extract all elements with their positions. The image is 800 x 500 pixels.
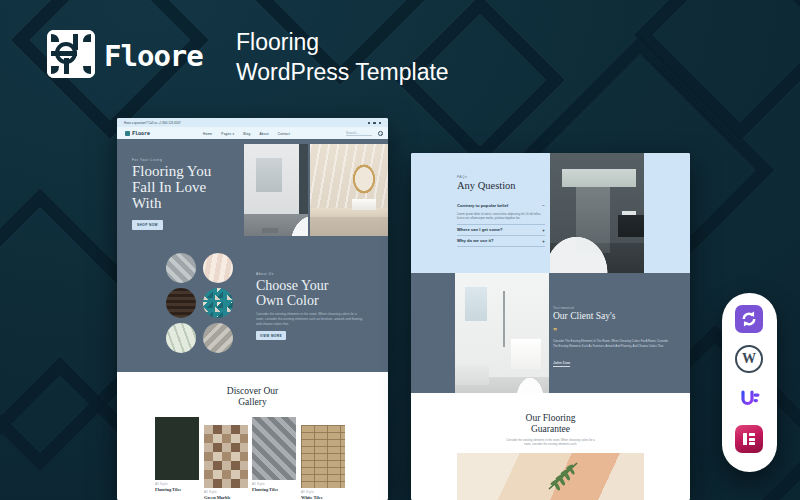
testimonial-eyebrow: Testimonial — [553, 306, 575, 310]
hero-eyebrow: For Your Living — [132, 158, 162, 162]
elementor-icon — [735, 425, 763, 453]
quote-icon: ❞ — [553, 327, 557, 336]
main-menu: Home Pages ▾ Blog About Contact — [203, 132, 290, 136]
gallery-card-title: Flooring Tiles — [155, 487, 199, 492]
gallery-card-title: Flooring Tiles — [252, 487, 296, 492]
site-topbar: Have a question? Call us +1 800 123 4567 — [117, 118, 388, 127]
unlimited-elements-icon — [735, 385, 763, 413]
gallery-card-eyebrow: All Style — [204, 490, 248, 494]
color-swatch-green-marble — [166, 323, 196, 353]
testimonial-photo-white-bathroom — [455, 273, 549, 393]
topbar-phone-text: Have a question? Call us +1 800 123 4567 — [124, 121, 181, 125]
faq-item-row[interactable]: Contrary to popular belief − — [457, 200, 545, 210]
menu-item-pages[interactable]: Pages ▾ — [221, 132, 234, 136]
faq-item-row[interactable]: Why do we use it? + — [457, 236, 545, 247]
promo-title: Flooring WordPress Template — [236, 27, 449, 87]
tech-badges-pill: W — [722, 293, 777, 472]
color-swatch-grey-cobble — [203, 323, 233, 353]
gallery-card[interactable]: All Style Flooring Tiles — [252, 417, 296, 492]
colors-body: Consider the existing elements in the ro… — [256, 312, 364, 327]
site-navbar: Floore Home Pages ▾ Blog About Contact S… — [117, 127, 388, 139]
template-preview-inner: FAQs Any Question Contrary to popular be… — [411, 153, 690, 500]
hero-shop-button[interactable]: SHOP NOW — [132, 220, 163, 230]
color-swatch-cream-marble — [203, 253, 233, 283]
wordpress-icon: W — [735, 345, 763, 373]
site-logo-icon — [125, 131, 130, 136]
testimonial-author: John Doe — [553, 360, 570, 367]
search-icon[interactable] — [378, 131, 382, 135]
faq-item-row[interactable]: Where can I get some? + — [457, 225, 545, 236]
floore-logo-icon — [47, 30, 95, 78]
gallery-section: Discover Our Gallery All Style Flooring … — [117, 372, 388, 500]
faq-photo-dark-bathroom — [550, 153, 644, 273]
hero-photo-beige-bathroom — [310, 144, 388, 236]
color-swatch-dark-wood — [166, 288, 196, 318]
gallery-card-title: White Tiles — [301, 495, 345, 500]
faq-accordion: Contrary to popular belief − Lorem ipsum… — [457, 200, 545, 247]
chevron-down-icon: ▾ — [231, 132, 234, 136]
gallery-card[interactable]: All Style Flooring Tiles — [155, 417, 199, 492]
menu-item-contact[interactable]: Contact — [278, 132, 290, 136]
colors-view-button[interactable]: VIEW MORE — [256, 331, 286, 340]
fern-leaf — [543, 455, 583, 495]
gallery-card[interactable]: All Style Green Marble — [204, 425, 248, 500]
expand-icon[interactable]: + — [542, 239, 545, 243]
gallery-photo-subway-tiles — [155, 417, 199, 480]
site-logo-text: Floore — [132, 130, 150, 136]
menu-item-blog[interactable]: Blog — [243, 132, 250, 136]
hero-title: Flooring You Fall In Love With — [132, 163, 232, 212]
gallery-photo-herringbone-tiles — [252, 417, 296, 480]
gallery-card[interactable]: All Style White Tiles — [301, 425, 345, 500]
guarantee-section: Our Flooring Guarantee Consider the exis… — [411, 393, 690, 500]
menu-item-home[interactable]: Home — [203, 132, 212, 136]
guarantee-title: Our Flooring Guarantee — [411, 413, 690, 435]
gallery-card-title: Green Marble — [204, 495, 248, 500]
faq-section: FAQs Any Question Contrary to popular be… — [411, 153, 690, 273]
colors-title: Choose Your Own Color — [256, 278, 351, 309]
guarantee-photo-marble-tiles — [457, 453, 644, 500]
color-swatch-grey-stone — [166, 253, 196, 283]
menu-item-about[interactable]: About — [259, 132, 268, 136]
guarantee-subtitle: Consider the existing elements in the ro… — [503, 438, 598, 447]
color-swatch-teal-mosaic — [203, 288, 233, 318]
gallery-title: Discover Our Gallery — [117, 386, 388, 408]
promo-title-line1: Flooring — [236, 27, 449, 57]
colors-eyebrow: About Us — [256, 272, 274, 276]
site-logo[interactable]: Floore — [125, 130, 150, 136]
social-icons[interactable] — [368, 122, 382, 125]
testimonial-title: Our Client Say's — [553, 311, 615, 321]
template-preview-home: Have a question? Call us +1 800 123 4567… — [117, 118, 388, 500]
gallery-card-eyebrow: All Style — [155, 482, 199, 486]
promo-title-line2: WordPress Template — [236, 57, 449, 87]
search-input[interactable]: Search... — [346, 131, 372, 136]
gallery-card-eyebrow: All Style — [301, 490, 345, 494]
testimonial-section: Testimonial Our Client Say's ❞ Consider … — [411, 273, 690, 393]
testimonial-body: Consider The Existing Elements In The Ro… — [553, 339, 673, 348]
collapse-icon[interactable]: − — [542, 203, 545, 207]
gallery-photo-brown-mosaic — [204, 425, 248, 488]
faq-eyebrow: FAQs — [457, 175, 467, 179]
hero-photo-white-bathroom — [244, 144, 308, 236]
slate-section: For Your Living Flooring You Fall In Lov… — [117, 139, 388, 372]
promo-banner: Floore Flooring WordPress Template Have … — [0, 0, 800, 500]
faq-title: Any Question — [457, 180, 516, 191]
floore-logo-glyph — [47, 30, 95, 78]
gallery-card-eyebrow: All Style — [252, 482, 296, 486]
faq-answer: Lorem ipsum dolor sit amet, consectetur … — [457, 210, 545, 225]
expand-icon[interactable]: + — [542, 228, 545, 232]
updates-sync-icon — [735, 305, 763, 333]
brand-name: Floore — [104, 39, 203, 73]
gallery-photo-tan-bricks — [301, 425, 345, 488]
